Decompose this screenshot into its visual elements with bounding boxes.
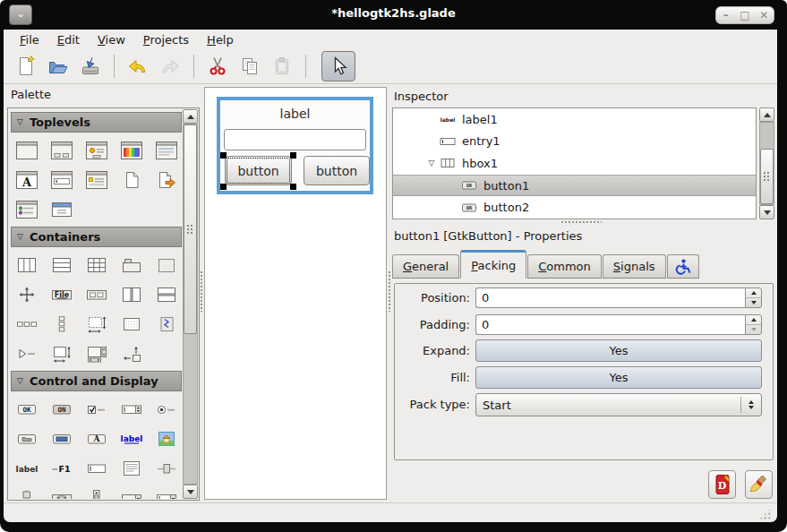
palette-item-about-dialog[interactable]	[149, 135, 184, 165]
tree-item-entry1[interactable]: entry1	[393, 131, 756, 153]
palette-item-hbox[interactable]	[9, 250, 44, 279]
menu-view[interactable]: View	[89, 31, 134, 48]
palette-item-hscale[interactable]	[149, 453, 184, 483]
tree-item-label1[interactable]: labellabel1	[393, 108, 756, 131]
scroll-up-button[interactable]	[183, 109, 198, 124]
copy-button[interactable]	[236, 53, 263, 80]
palette-item-toggle-button[interactable]: ON	[44, 394, 79, 424]
palette-item-entry[interactable]	[79, 453, 114, 483]
palette-item-vpaned[interactable]	[149, 279, 184, 309]
fill-toggle-button[interactable]: Yes	[475, 366, 762, 389]
menu-file[interactable]: File	[11, 31, 48, 48]
palette-item-toolbar[interactable]	[79, 279, 114, 309]
palette-item-font-selection-dialog[interactable]: A	[9, 165, 44, 194]
palette-item-notebook[interactable]	[114, 250, 149, 279]
palette-item-vscrollbar[interactable]	[79, 483, 114, 499]
scroll-down-button[interactable]	[759, 205, 774, 219]
clean-button[interactable]	[745, 470, 773, 499]
spin-up-button[interactable]	[746, 288, 761, 298]
designed-entry[interactable]	[224, 129, 366, 150]
selection-handle[interactable]	[220, 152, 227, 159]
scrollbar-thumb[interactable]	[760, 149, 774, 204]
tree-properties-resize-handle[interactable]	[560, 220, 602, 225]
palette-item-image[interactable]	[149, 424, 184, 453]
palette-item-hbuttonbox[interactable]	[9, 309, 44, 339]
selection-handle[interactable]	[220, 184, 227, 190]
tree-item-button1[interactable]: OKbutton1	[393, 175, 756, 197]
tree-item-hbox1[interactable]: ▽hbox1	[393, 152, 756, 175]
redo-button[interactable]	[157, 53, 184, 80]
palette-item-frame[interactable]	[149, 250, 184, 279]
palette-item-file-save[interactable]	[149, 165, 184, 194]
selection-handle[interactable]	[290, 184, 296, 190]
palette-item-combo-box[interactable]	[114, 483, 149, 499]
palette-item-menubar[interactable]: File	[44, 279, 79, 309]
palette-item-file-chooser[interactable]	[114, 165, 149, 194]
palette-item-hpaned[interactable]	[114, 279, 149, 309]
palette-item-vbuttonbox[interactable]	[44, 309, 79, 339]
open-folder-button[interactable]	[45, 53, 72, 80]
palette-item-font-button[interactable]: A	[79, 424, 114, 453]
palette-item-label[interactable]: label	[9, 453, 44, 483]
palette-item-button[interactable]: OK	[9, 394, 44, 424]
palette-item-vbox[interactable]	[44, 250, 79, 279]
expand-toggle-button[interactable]: Yes	[475, 339, 762, 362]
tab-general[interactable]: General	[392, 254, 459, 279]
devhelp-button[interactable]: D	[708, 470, 736, 499]
maximize-button[interactable]: □	[737, 7, 753, 23]
menu-edit[interactable]: Edit	[48, 31, 89, 48]
palette-item-color-button[interactable]	[44, 424, 79, 453]
scrollbar-track[interactable]	[183, 124, 198, 485]
new-document-button[interactable]	[13, 53, 39, 80]
palette-item-combo-box-entry[interactable]	[149, 483, 184, 499]
expander-icon[interactable]: ▽	[423, 159, 440, 167]
palette-item-handlebox[interactable]	[149, 309, 184, 339]
position-spinbutton[interactable]: 0	[475, 287, 762, 308]
scroll-down-button[interactable]	[183, 485, 198, 499]
palette-item-radio-button[interactable]	[149, 394, 184, 424]
palette-item-vscale[interactable]	[9, 483, 44, 499]
palette-item-spin-button[interactable]	[114, 394, 149, 424]
undo-button[interactable]	[124, 53, 151, 80]
close-button[interactable]: ✕	[756, 7, 772, 23]
designed-button2[interactable]: button	[304, 156, 370, 185]
spin-up-button[interactable]	[746, 315, 761, 325]
scrollbar-track[interactable]	[759, 122, 774, 205]
palette-section-header-control-and-display[interactable]: ▽Control and Display	[11, 371, 182, 391]
palette-item-property-dialog[interactable]	[79, 165, 114, 194]
palette-item-accel-label[interactable]: F1	[44, 453, 79, 483]
resize-grip[interactable]	[759, 508, 772, 519]
palette-item-scrolledwindow[interactable]	[44, 339, 79, 368]
palette-item-color-selection-dialog[interactable]	[114, 135, 149, 165]
palette-item-window[interactable]	[9, 135, 44, 165]
palette-item-assistant[interactable]	[44, 194, 79, 224]
padding-spinbutton[interactable]: 0	[475, 314, 762, 335]
tab-packing[interactable]: Packing	[460, 250, 526, 279]
pack-type-combobox[interactable]: Start	[475, 393, 762, 416]
palette-item-scrolledwindow2[interactable]	[79, 339, 114, 368]
palette-item-input-dialog[interactable]	[44, 165, 79, 194]
paste-button[interactable]	[269, 53, 295, 80]
palette-item-viewport[interactable]	[114, 309, 149, 339]
menu-help[interactable]: Help	[198, 31, 243, 48]
palette-item-check-button[interactable]	[79, 394, 114, 424]
palette-item-hscrollbar[interactable]	[44, 483, 79, 499]
palette-item-expander[interactable]	[9, 339, 44, 368]
tab-accessibility[interactable]	[667, 254, 699, 279]
designed-label[interactable]: label	[220, 100, 370, 127]
palette-item-preferences-dialog[interactable]	[9, 194, 44, 224]
palette-item-link-button[interactable]: label	[114, 424, 149, 453]
save-button[interactable]	[77, 53, 104, 80]
palette-section-header-containers[interactable]: ▽Containers	[11, 227, 182, 247]
designed-button1[interactable]: button	[225, 156, 292, 185]
palette-item-message-dialog[interactable]	[79, 135, 114, 165]
scroll-up-button[interactable]	[759, 107, 774, 122]
palette-item-alignment[interactable]	[114, 339, 149, 368]
designed-window[interactable]: label button button	[217, 97, 373, 194]
palette-item-table[interactable]	[79, 250, 114, 279]
palette-item-file-chooser-button[interactable]	[9, 424, 44, 453]
scrollbar-thumb[interactable]	[184, 124, 197, 334]
palette-item-dialog[interactable]	[44, 135, 79, 165]
menu-projects[interactable]: Projects	[134, 31, 198, 48]
pointer-button[interactable]	[321, 51, 355, 82]
